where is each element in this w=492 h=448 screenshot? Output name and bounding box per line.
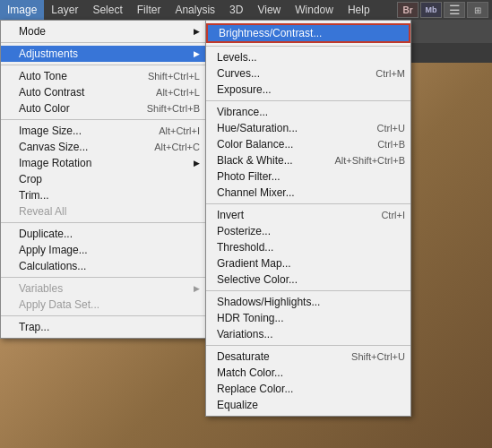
submenu-row-color-balance[interactable]: Color Balance... Ctrl+B [206,136,410,152]
menu-layer[interactable]: Layer [44,0,85,20]
menu-row-variables: Variables [1,280,205,297]
menu-row-auto-color[interactable]: Auto Color Shift+Ctrl+B [1,100,205,116]
menu-section-auto: Auto Tone Shift+Ctrl+L Auto Contrast Alt… [1,65,205,120]
menu-row-crop[interactable]: Crop [1,171,205,187]
submenu-row-desaturate[interactable]: Desaturate Shift+Ctrl+U [206,349,410,365]
submenu-row-black-white[interactable]: Black & White... Alt+Shift+Ctrl+B [206,152,410,168]
menu-row-image-size[interactable]: Image Size... Alt+Ctrl+I [1,123,205,139]
submenu-row-threshold[interactable]: Threshold... [206,239,410,255]
menu-row-adjustments[interactable]: Adjustments [1,46,205,62]
submenu-row-selective-color[interactable]: Selective Color... [206,271,410,288]
submenu-row-channel-mixer[interactable]: Channel Mixer... [206,185,410,201]
menu-row-reveal-all: Reveal All [1,203,205,220]
submenu-row-brightness-contrast[interactable]: Brightness/Contrast... [206,23,410,43]
menu-help[interactable]: Help [341,0,377,20]
submenu-section-desaturate: Desaturate Shift+Ctrl+U Match Color... R… [206,346,410,416]
submenu-row-curves[interactable]: Curves... Ctrl+M [206,65,410,82]
menu-analysis[interactable]: Analysis [168,0,222,20]
menu-section-duplicate: Duplicate... Apply Image... Calculations… [1,223,205,278]
menu-row-apply-image[interactable]: Apply Image... [1,242,205,258]
menu-section-trap: Trap... [1,316,205,338]
menu-section-variables: Variables Apply Data Set... [1,278,205,316]
submenu-section-levels: Levels... Curves... Ctrl+M Exposure... [206,47,410,101]
menu-section-size: Image Size... Alt+Ctrl+I Canvas Size... … [1,120,205,223]
submenu-row-invert[interactable]: Invert Ctrl+I [206,207,410,223]
submenu-section-hue: Vibrance... Hue/Saturation... Ctrl+U Col… [206,101,410,204]
menu-section-mode: Mode [1,21,205,43]
submenu-row-hdr-toning[interactable]: HDR Toning... [206,310,410,326]
menu-row-image-rotation[interactable]: Image Rotation [1,155,205,171]
submenu-section-brightness: Brightness/Contrast... [206,21,410,47]
menu-row-trap[interactable]: Trap... [1,319,205,335]
menu-filter[interactable]: Filter [130,0,168,20]
menu-view[interactable]: View [250,0,288,20]
mini-bridge-icon[interactable]: Mb [420,2,442,18]
bridge-icon[interactable]: Br [397,2,419,18]
menu-select[interactable]: Select [85,0,129,20]
menu-row-canvas-size[interactable]: Canvas Size... Alt+Ctrl+C [1,139,205,155]
submenu-row-equalize[interactable]: Equalize [206,397,410,413]
menu-window[interactable]: Window [288,0,341,20]
menu-row-auto-contrast[interactable]: Auto Contrast Alt+Ctrl+L [1,84,205,100]
submenu-row-photo-filter[interactable]: Photo Filter... [206,168,410,185]
submenu-row-variations[interactable]: Variations... [206,326,410,342]
menu-row-calculations[interactable]: Calculations... [1,258,205,274]
submenu-row-match-color[interactable]: Match Color... [206,365,410,381]
menubar-right-icons: Br Mb ☰ ⊞ [397,2,492,18]
submenu-row-hue-saturation[interactable]: Hue/Saturation... Ctrl+U [206,120,410,136]
submenu-section-shadows: Shadows/Highlights... HDR Toning... Vari… [206,291,410,346]
submenu-row-posterize[interactable]: Posterize... [206,223,410,239]
image-menu-dropdown: Mode Adjustments Auto Tone Shift+Ctrl+L … [0,20,206,339]
submenu-row-levels[interactable]: Levels... [206,49,410,65]
submenu-row-shadows-highlights[interactable]: Shadows/Highlights... [206,294,410,310]
menu-3d[interactable]: 3D [222,0,250,20]
menubar: Image Layer Select Filter Analysis 3D Vi… [0,0,492,20]
submenu-row-exposure[interactable]: Exposure... [206,82,410,98]
submenu-row-replace-color[interactable]: Replace Color... [206,381,410,397]
menu-image[interactable]: Image [0,0,44,20]
submenu-row-vibrance[interactable]: Vibrance... [206,104,410,120]
submenu-row-gradient-map[interactable]: Gradient Map... [206,255,410,271]
submenu-section-invert: Invert Ctrl+I Posterize... Threshold... … [206,204,410,291]
workspace-icon[interactable]: ☰ [444,2,465,18]
menu-row-apply-data-set: Apply Data Set... [1,297,205,313]
adjustments-submenu: Brightness/Contrast... Levels... Curves.… [205,20,411,417]
menu-row-auto-tone[interactable]: Auto Tone Shift+Ctrl+L [1,68,205,84]
menu-row-duplicate[interactable]: Duplicate... [1,226,205,242]
arrange-icon[interactable]: ⊞ [467,2,488,18]
menu-section-adjustments: Adjustments [1,43,205,65]
menu-row-trim[interactable]: Trim... [1,187,205,203]
menu-row-mode[interactable]: Mode [1,23,205,39]
